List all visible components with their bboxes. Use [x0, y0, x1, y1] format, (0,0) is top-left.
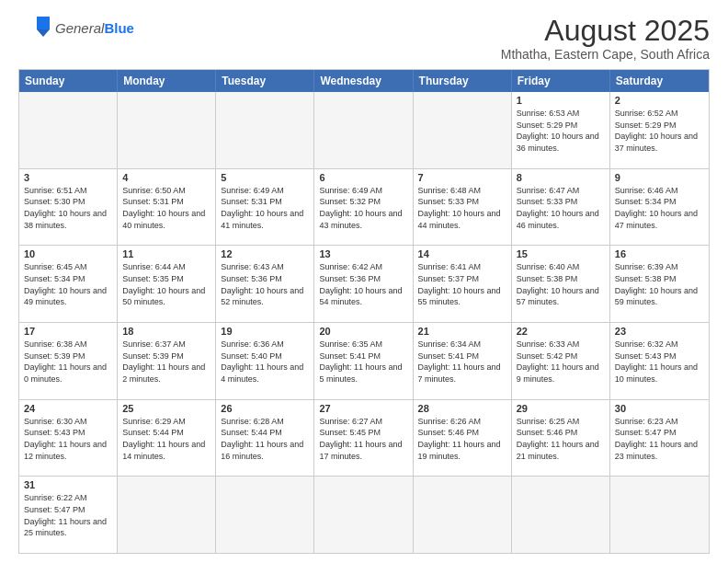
calendar-cell — [512, 477, 610, 553]
day-number: 17 — [24, 326, 112, 337]
day-number: 13 — [319, 248, 407, 259]
day-info: Sunrise: 6:32 AM Sunset: 5:43 PM Dayligh… — [615, 339, 704, 385]
day-number: 25 — [122, 403, 210, 414]
day-info: Sunrise: 6:26 AM Sunset: 5:46 PM Dayligh… — [418, 416, 506, 462]
calendar-cell: 15Sunrise: 6:40 AM Sunset: 5:38 PM Dayli… — [512, 246, 610, 322]
day-number: 6 — [319, 172, 407, 183]
location-subtitle: Mthatha, Eastern Cape, South Africa — [501, 47, 710, 62]
day-info: Sunrise: 6:28 AM Sunset: 5:44 PM Dayligh… — [221, 416, 309, 462]
day-info: Sunrise: 6:49 AM Sunset: 5:32 PM Dayligh… — [319, 185, 407, 231]
calendar-cell: 5Sunrise: 6:49 AM Sunset: 5:31 PM Daylig… — [216, 169, 314, 246]
day-info: Sunrise: 6:35 AM Sunset: 5:41 PM Dayligh… — [319, 339, 407, 385]
day-info: Sunrise: 6:52 AM Sunset: 5:29 PM Dayligh… — [615, 108, 704, 154]
calendar-cell: 7Sunrise: 6:48 AM Sunset: 5:33 PM Daylig… — [414, 169, 512, 246]
day-number: 2 — [615, 95, 704, 106]
day-number: 31 — [24, 479, 112, 490]
day-info: Sunrise: 6:33 AM Sunset: 5:42 PM Dayligh… — [517, 339, 605, 385]
calendar-cell: 3Sunrise: 6:51 AM Sunset: 5:30 PM Daylig… — [19, 169, 118, 246]
calendar-week-1: 1Sunrise: 6:53 AM Sunset: 5:29 PM Daylig… — [19, 92, 709, 168]
calendar-cell: 22Sunrise: 6:33 AM Sunset: 5:42 PM Dayli… — [512, 323, 610, 399]
logo-svg — [18, 15, 51, 42]
logo: GeneralBlue — [18, 15, 134, 42]
weekday-header-wednesday: Wednesday — [314, 70, 413, 92]
day-number: 18 — [122, 326, 210, 337]
day-info: Sunrise: 6:34 AM Sunset: 5:41 PM Dayligh… — [418, 339, 506, 385]
calendar-cell — [314, 477, 413, 553]
day-number: 7 — [418, 172, 506, 183]
day-number: 26 — [221, 403, 309, 414]
day-number: 20 — [319, 326, 407, 337]
day-info: Sunrise: 6:47 AM Sunset: 5:33 PM Dayligh… — [517, 185, 605, 231]
calendar-cell: 9Sunrise: 6:46 AM Sunset: 5:34 PM Daylig… — [610, 169, 709, 246]
month-title: August 2025 — [501, 15, 710, 47]
calendar-cell — [216, 92, 314, 168]
weekday-header-saturday: Saturday — [610, 70, 709, 92]
day-number: 4 — [122, 172, 210, 183]
day-info: Sunrise: 6:25 AM Sunset: 5:46 PM Dayligh… — [517, 416, 605, 462]
weekday-header-friday: Friday — [512, 70, 610, 92]
day-number: 21 — [418, 326, 506, 337]
calendar-cell: 29Sunrise: 6:25 AM Sunset: 5:46 PM Dayli… — [512, 400, 610, 477]
day-info: Sunrise: 6:46 AM Sunset: 5:34 PM Dayligh… — [615, 185, 704, 231]
day-number: 19 — [221, 326, 309, 337]
day-info: Sunrise: 6:30 AM Sunset: 5:43 PM Dayligh… — [24, 416, 112, 462]
calendar-cell: 1Sunrise: 6:53 AM Sunset: 5:29 PM Daylig… — [512, 92, 610, 168]
calendar-cell: 2Sunrise: 6:52 AM Sunset: 5:29 PM Daylig… — [610, 92, 709, 168]
day-info: Sunrise: 6:40 AM Sunset: 5:38 PM Dayligh… — [517, 261, 605, 307]
day-info: Sunrise: 6:49 AM Sunset: 5:31 PM Dayligh… — [221, 185, 309, 231]
day-info: Sunrise: 6:37 AM Sunset: 5:39 PM Dayligh… — [122, 339, 210, 385]
calendar-cell: 21Sunrise: 6:34 AM Sunset: 5:41 PM Dayli… — [414, 323, 512, 399]
day-info: Sunrise: 6:23 AM Sunset: 5:47 PM Dayligh… — [615, 416, 704, 462]
day-info: Sunrise: 6:44 AM Sunset: 5:35 PM Dayligh… — [122, 261, 210, 307]
day-number: 1 — [517, 95, 605, 106]
day-info: Sunrise: 6:53 AM Sunset: 5:29 PM Dayligh… — [517, 108, 605, 154]
day-info: Sunrise: 6:38 AM Sunset: 5:39 PM Dayligh… — [24, 339, 112, 385]
calendar-cell: 28Sunrise: 6:26 AM Sunset: 5:46 PM Dayli… — [414, 400, 512, 477]
day-number: 15 — [517, 248, 605, 259]
calendar-cell — [414, 92, 512, 168]
calendar-cell: 25Sunrise: 6:29 AM Sunset: 5:44 PM Dayli… — [118, 400, 216, 477]
day-info: Sunrise: 6:39 AM Sunset: 5:38 PM Dayligh… — [615, 261, 704, 307]
calendar-cell — [610, 477, 709, 553]
calendar-cell: 6Sunrise: 6:49 AM Sunset: 5:32 PM Daylig… — [314, 169, 413, 246]
calendar-week-2: 3Sunrise: 6:51 AM Sunset: 5:30 PM Daylig… — [19, 168, 709, 246]
svg-marker-2 — [37, 29, 50, 37]
calendar-body: 1Sunrise: 6:53 AM Sunset: 5:29 PM Daylig… — [19, 92, 709, 553]
calendar-cell: 13Sunrise: 6:42 AM Sunset: 5:36 PM Dayli… — [314, 246, 413, 322]
day-info: Sunrise: 6:50 AM Sunset: 5:31 PM Dayligh… — [122, 185, 210, 231]
calendar-cell — [118, 477, 216, 553]
svg-marker-1 — [37, 17, 50, 29]
weekday-header-tuesday: Tuesday — [216, 70, 314, 92]
title-block: August 2025 Mthatha, Eastern Cape, South… — [501, 15, 710, 62]
day-number: 9 — [615, 172, 704, 183]
day-number: 8 — [517, 172, 605, 183]
calendar-cell: 24Sunrise: 6:30 AM Sunset: 5:43 PM Dayli… — [19, 400, 118, 477]
calendar-cell: 31Sunrise: 6:22 AM Sunset: 5:47 PM Dayli… — [19, 477, 118, 553]
day-number: 11 — [122, 248, 210, 259]
calendar: SundayMondayTuesdayWednesdayThursdayFrid… — [18, 69, 710, 554]
calendar-week-5: 24Sunrise: 6:30 AM Sunset: 5:43 PM Dayli… — [19, 399, 709, 477]
calendar-cell: 12Sunrise: 6:43 AM Sunset: 5:36 PM Dayli… — [216, 246, 314, 322]
calendar-cell: 10Sunrise: 6:45 AM Sunset: 5:34 PM Dayli… — [19, 246, 118, 322]
weekday-header-thursday: Thursday — [414, 70, 512, 92]
calendar-cell: 26Sunrise: 6:28 AM Sunset: 5:44 PM Dayli… — [216, 400, 314, 477]
weekday-header-monday: Monday — [118, 70, 216, 92]
day-number: 29 — [517, 403, 605, 414]
day-number: 30 — [615, 403, 704, 414]
calendar-cell: 30Sunrise: 6:23 AM Sunset: 5:47 PM Dayli… — [610, 400, 709, 477]
day-info: Sunrise: 6:42 AM Sunset: 5:36 PM Dayligh… — [319, 261, 407, 307]
day-number: 5 — [221, 172, 309, 183]
day-info: Sunrise: 6:36 AM Sunset: 5:40 PM Dayligh… — [221, 339, 309, 385]
day-info: Sunrise: 6:22 AM Sunset: 5:47 PM Dayligh… — [24, 492, 112, 538]
day-number: 23 — [615, 326, 704, 337]
calendar-week-4: 17Sunrise: 6:38 AM Sunset: 5:39 PM Dayli… — [19, 322, 709, 399]
day-number: 28 — [418, 403, 506, 414]
calendar-cell: 27Sunrise: 6:27 AM Sunset: 5:45 PM Dayli… — [314, 400, 413, 477]
calendar-week-3: 10Sunrise: 6:45 AM Sunset: 5:34 PM Dayli… — [19, 245, 709, 322]
day-info: Sunrise: 6:51 AM Sunset: 5:30 PM Dayligh… — [24, 185, 112, 231]
calendar-cell — [118, 92, 216, 168]
calendar-cell: 4Sunrise: 6:50 AM Sunset: 5:31 PM Daylig… — [118, 169, 216, 246]
calendar-cell — [216, 477, 314, 553]
day-number: 27 — [319, 403, 407, 414]
day-info: Sunrise: 6:48 AM Sunset: 5:33 PM Dayligh… — [418, 185, 506, 231]
